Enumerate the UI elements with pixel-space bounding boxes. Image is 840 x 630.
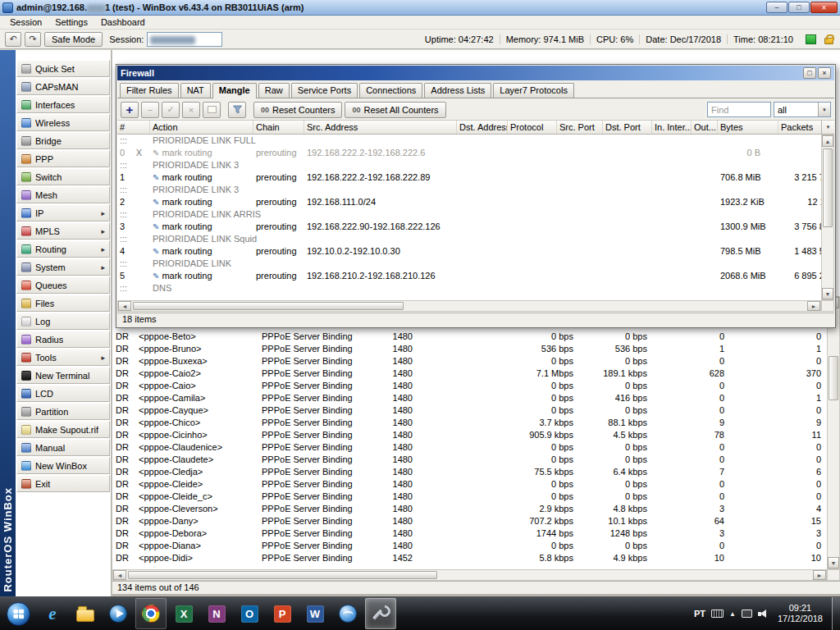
remove-rule-button[interactable]: − xyxy=(141,102,159,118)
sidebar-item-mpls[interactable]: MPLS▸ xyxy=(16,222,110,240)
taskbar-powerpoint-button[interactable]: P xyxy=(267,598,298,629)
tab-layer7-protocols[interactable]: Layer7 Protocols xyxy=(493,83,574,98)
scroll-track[interactable] xyxy=(828,308,839,557)
interface-row[interactable]: DR<pppoe-Cleide_c>PPPoE Server Binding14… xyxy=(112,491,827,503)
tab-filter-rules[interactable]: Filter Rules xyxy=(120,83,179,98)
scroll-down-button[interactable]: ▼ xyxy=(828,557,839,568)
scroll-left-button[interactable]: ◄ xyxy=(118,301,131,311)
column-header-packets[interactable]: Packets xyxy=(778,121,821,134)
taskbar-internet-explorer-button[interactable]: e xyxy=(37,598,68,629)
start-button[interactable] xyxy=(0,597,36,630)
scroll-down-button[interactable]: ▼ xyxy=(822,288,833,299)
mangle-comment-row[interactable]: :::PRIORIDADE LINK Squid xyxy=(117,233,821,245)
sidebar-item-ip[interactable]: IP▸ xyxy=(16,204,110,221)
sidebar-item-mesh[interactable]: Mesh xyxy=(16,186,110,203)
tab-nat[interactable]: NAT xyxy=(180,83,211,98)
sidebar-item-routing[interactable]: Routing▸ xyxy=(16,240,110,258)
sidebar-item-system[interactable]: System▸ xyxy=(16,258,110,276)
taskbar-word-button[interactable]: W xyxy=(299,598,331,629)
interface-horizontal-scrollbar[interactable]: ◄ ► xyxy=(112,569,827,581)
taskbar-media-player-button[interactable] xyxy=(103,598,134,629)
session-input[interactable] xyxy=(147,32,222,47)
column-header-dst-port[interactable]: Dst. Port xyxy=(603,121,652,134)
column-header-protocol[interactable]: Protocol xyxy=(508,121,557,134)
column-header-in-inter[interactable]: In. Inter... xyxy=(652,121,692,134)
scroll-thumb[interactable] xyxy=(823,148,833,227)
disable-rule-button[interactable]: × xyxy=(182,102,200,118)
interface-vertical-scrollbar[interactable]: ▲ ▼ xyxy=(827,296,840,569)
enable-rule-button[interactable]: ✓ xyxy=(162,102,180,118)
interface-row[interactable]: DR<pppoe-Beto>PPPoE Server Binding14800 … xyxy=(112,331,827,343)
column-header-src-port[interactable]: Src. Port xyxy=(557,121,603,134)
column-header-num[interactable]: # xyxy=(117,121,150,134)
keyboard-icon[interactable] xyxy=(711,609,724,618)
mangle-rule-row[interactable]: 0X✎mark routingprerouting192.168.222.2-1… xyxy=(117,147,821,159)
filter-scope-select[interactable]: all ▼ xyxy=(774,102,831,117)
mangle-rule-row[interactable]: 3✎mark routingprerouting192.168.222.90-1… xyxy=(117,221,821,233)
volume-icon[interactable] xyxy=(758,609,769,619)
filter-button[interactable] xyxy=(228,102,246,118)
mangle-vertical-scrollbar[interactable]: ▲ ▼ xyxy=(821,135,834,300)
mangle-rule-row[interactable]: 4✎mark routingprerouting192.10.0.2-192.1… xyxy=(117,245,821,258)
scroll-track[interactable] xyxy=(126,570,813,580)
scroll-thumb[interactable] xyxy=(133,302,404,310)
interface-row[interactable]: DR<pppoe-Chico>PPPoE Server Binding14803… xyxy=(112,417,827,429)
interface-row[interactable]: DR<pppoe-Dany>PPPoE Server Binding148070… xyxy=(112,515,827,527)
menu-dashboard[interactable]: Dashboard xyxy=(94,16,152,28)
sidebar-item-capsman[interactable]: CAPsMAN xyxy=(16,78,110,95)
column-header-chain[interactable]: Chain xyxy=(253,121,304,134)
tab-address-lists[interactable]: Address Lists xyxy=(424,83,491,98)
interface-row[interactable]: DR<pppoe-Debora>PPPoE Server Binding1480… xyxy=(112,527,827,540)
mangle-rule-row[interactable]: 1✎mark routingprerouting192.168.222.2-19… xyxy=(117,171,821,184)
sidebar-item-quick-set[interactable]: Quick Set xyxy=(16,60,110,77)
sidebar-item-files[interactable]: Files xyxy=(16,294,110,312)
main-titlebar[interactable]: admin@192.168.1 (test) - WinBox v6.43.4 … xyxy=(0,0,840,16)
scroll-left-button[interactable]: ◄ xyxy=(113,570,126,580)
column-header-out[interactable]: Out... xyxy=(692,121,718,134)
column-header-bytes[interactable]: Bytes xyxy=(718,121,778,134)
menu-settings[interactable]: Settings xyxy=(48,16,94,28)
interface-row[interactable]: DR<pppoe-Caio>PPPoE Server Binding14800 … xyxy=(112,380,827,392)
interface-row[interactable]: DR<pppoe-Claudete>PPPoE Server Binding14… xyxy=(112,454,827,466)
firewall-close-button[interactable]: × xyxy=(818,67,831,79)
comment-button[interactable] xyxy=(203,102,221,118)
language-indicator[interactable]: PT xyxy=(694,609,705,619)
sidebar-item-wireless[interactable]: Wireless xyxy=(16,114,110,131)
sidebar-item-ppp[interactable]: PPP xyxy=(16,150,110,167)
interface-row[interactable]: DR<pppoe-Bruno>PPPoE Server Binding14805… xyxy=(112,343,827,355)
mangle-comment-row[interactable]: :::PRIORIDADE LINK FULL xyxy=(117,135,821,147)
redo-button[interactable]: ↷ xyxy=(25,32,41,47)
safe-mode-button[interactable]: Safe Mode xyxy=(44,32,103,47)
column-header-dst-address[interactable]: Dst. Address xyxy=(457,121,508,134)
sidebar-item-lcd[interactable]: LCD xyxy=(16,385,110,402)
scroll-track[interactable] xyxy=(822,147,833,288)
undo-button[interactable]: ↶ xyxy=(5,32,21,47)
firewall-maximize-button[interactable]: □ xyxy=(803,67,816,79)
taskbar-onenote-button[interactable]: N xyxy=(201,598,232,629)
column-header-action[interactable]: Action xyxy=(150,121,253,134)
mangle-horizontal-scrollbar[interactable]: ◄ ► xyxy=(117,300,821,312)
scroll-thumb[interactable] xyxy=(128,571,437,579)
hidden-icons-arrow[interactable]: ▲ xyxy=(729,610,736,618)
mangle-comment-row[interactable]: :::PRIORIDADE LINK 3 xyxy=(117,159,821,171)
interface-row[interactable]: DR<pppoe-Caio2>PPPoE Server Binding14807… xyxy=(112,368,827,380)
show-desktop-button[interactable] xyxy=(832,597,840,630)
mangle-comment-row[interactable]: :::DNS xyxy=(117,282,821,294)
taskbar-chrome-button[interactable] xyxy=(135,598,167,629)
sidebar-item-make-supout-rif[interactable]: Make Supout.rif xyxy=(16,421,110,438)
taskbar-file-explorer-button[interactable] xyxy=(70,598,101,629)
sidebar-item-bridge[interactable]: Bridge xyxy=(16,132,110,149)
sidebar-item-new-winbox[interactable]: New WinBox xyxy=(16,457,110,474)
close-button[interactable]: × xyxy=(810,2,838,13)
tab-service-ports[interactable]: Service Ports xyxy=(291,83,358,98)
interface-row[interactable]: DR<pppoe-Cledja>PPPoE Server Binding1480… xyxy=(112,466,827,478)
sidebar-item-partition[interactable]: Partition xyxy=(16,403,110,420)
interface-row[interactable]: DR<pppoe-Didi>PPPoE Server Binding14525.… xyxy=(112,552,827,564)
interface-row[interactable]: DR<pppoe-Buxexa>PPPoE Server Binding1480… xyxy=(112,355,827,368)
maximize-button[interactable]: □ xyxy=(788,2,810,13)
interface-row[interactable]: DR<pppoe-Camila>PPPoE Server Binding1480… xyxy=(112,392,827,404)
tab-raw[interactable]: Raw xyxy=(258,83,290,98)
column-header-src-address[interactable]: Src. Address xyxy=(304,121,457,134)
scroll-right-button[interactable]: ► xyxy=(807,301,820,311)
sidebar-item-radius[interactable]: Radius xyxy=(16,331,110,348)
